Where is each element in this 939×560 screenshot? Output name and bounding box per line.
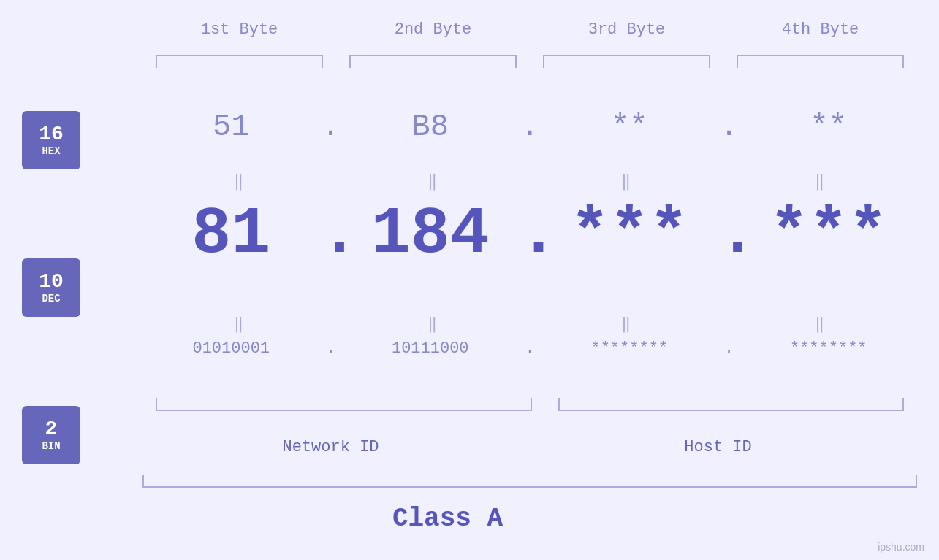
bin-dot-1: . (320, 340, 342, 358)
dec-val-3: *** (541, 197, 718, 272)
segment-labels: Network ID Host ID (142, 438, 917, 456)
dec-val-1: 81 (142, 197, 320, 272)
byte-label-2: 2nd Byte (336, 20, 530, 39)
bracket-top-4 (737, 55, 904, 68)
host-id-label: Host ID (519, 438, 917, 456)
hex-row: 51 . B8 . ** . ** (142, 110, 917, 145)
dec-dot-1: . (320, 197, 342, 272)
bin-row: 01010001 . 10111000 . ******** . *******… (142, 340, 917, 358)
bin-val-1: 01010001 (142, 340, 320, 358)
class-label: Class A (0, 504, 895, 534)
byte-label-3: 3rd Byte (530, 20, 723, 39)
byte-labels-row: 1st Byte 2nd Byte 3rd Byte 4th Byte (142, 20, 917, 39)
bin-label: BIN (42, 440, 60, 452)
watermark: ipshu.com (878, 541, 924, 553)
equals-row-1: ‖ ‖ ‖ ‖ (142, 172, 917, 191)
bin-val-4: ******** (740, 340, 918, 358)
bin-val-2: 10111000 (342, 340, 520, 358)
hex-val-4: ** (740, 110, 918, 145)
network-id-label: Network ID (142, 438, 519, 456)
eq2-3: ‖ (530, 314, 723, 334)
bin-num: 2 (45, 418, 58, 441)
main-container: 1st Byte 2nd Byte 3rd Byte 4th Byte 16 H… (0, 0, 939, 560)
byte-label-1: 1st Byte (142, 20, 336, 39)
dec-val-2: 184 (342, 197, 520, 272)
bracket-top-2 (349, 55, 517, 68)
bracket-top-3 (543, 55, 710, 68)
eq-1: ‖ (142, 172, 336, 191)
hex-dot-2: . (519, 110, 541, 145)
bin-badge: 2 BIN (22, 406, 80, 464)
brackets-bottom (142, 398, 917, 411)
eq2-2: ‖ (336, 314, 530, 334)
eq-3: ‖ (530, 172, 723, 191)
bin-dot-3: . (718, 340, 740, 358)
dec-num: 10 (39, 271, 64, 294)
bin-val-3: ******** (541, 340, 718, 358)
base-badges: 16 HEX 10 DEC 2 BIN (22, 111, 80, 464)
hex-val-2: B8 (342, 110, 520, 145)
hex-label: HEX (42, 145, 60, 157)
bin-dot-2: . (519, 340, 541, 358)
hex-val-3: ** (541, 110, 718, 145)
eq2-1: ‖ (142, 314, 336, 334)
bracket-host (558, 398, 904, 411)
dec-label: DEC (42, 293, 60, 304)
dec-dot-2: . (519, 197, 541, 272)
eq-2: ‖ (336, 172, 530, 191)
dec-badge: 10 DEC (22, 258, 80, 317)
bracket-full-bottom (142, 475, 917, 488)
dec-dot-3: . (718, 197, 740, 272)
hex-num: 16 (39, 123, 64, 146)
hex-val-1: 51 (142, 110, 320, 145)
hex-dot-1: . (320, 110, 342, 145)
dec-row: 81 . 184 . *** . *** (142, 197, 917, 272)
hex-dot-3: . (718, 110, 740, 145)
bracket-top-1 (156, 55, 323, 68)
equals-row-2: ‖ ‖ ‖ ‖ (142, 314, 917, 334)
hex-badge: 16 HEX (22, 111, 80, 169)
eq2-4: ‖ (723, 314, 917, 334)
byte-label-4: 4th Byte (723, 20, 917, 39)
eq-4: ‖ (723, 172, 917, 191)
bracket-network (156, 398, 532, 411)
brackets-top (142, 55, 917, 68)
dec-val-4: *** (740, 197, 918, 272)
